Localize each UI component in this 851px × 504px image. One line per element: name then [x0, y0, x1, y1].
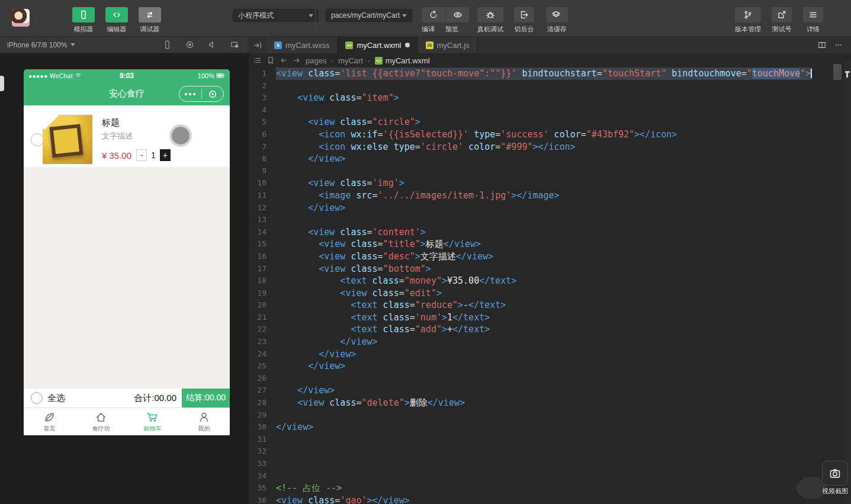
page-select[interactable]: paces/myCart/myCart [326, 9, 412, 22]
chevron-down-icon [309, 14, 313, 17]
phone-tab-我的[interactable]: 我的 [178, 408, 230, 435]
action-预览[interactable] [445, 7, 469, 23]
phone-tab-食疗坊[interactable]: 食疗坊 [75, 408, 127, 435]
code-line-36[interactable]: 36<view class='gao'></view> [249, 495, 851, 504]
code-line-29[interactable]: 29 [249, 409, 851, 422]
code-line-26[interactable]: 26 [249, 373, 851, 385]
action-清缓存[interactable]: 清缓存 [546, 7, 568, 34]
breadcrumb-pages[interactable]: pages [306, 56, 326, 65]
code-line-10[interactable]: 10<view class='img'> [249, 177, 851, 190]
editor-tab-myCart.js[interactable]: JSmyCart.js [418, 37, 478, 53]
breadcrumb-folder[interactable]: myCart [338, 56, 363, 65]
panel-edge-handle[interactable] [0, 76, 4, 91]
code-line-5[interactable]: 5<view class="circle"> [249, 116, 851, 129]
back-arrow-icon[interactable] [280, 56, 288, 65]
code-line-24[interactable]: 24</view> [249, 348, 851, 361]
pip-icon[interactable] [230, 40, 239, 49]
code-line-18[interactable]: 18<text class="money">¥35.00</text> [249, 275, 851, 287]
mute-icon[interactable] [208, 40, 217, 49]
code-line-14[interactable]: 14<view class='content'> [249, 226, 851, 239]
editor-panel: SmyCart.wxss<>myCart.wxmlJSmyCart.js pag… [249, 37, 851, 504]
video-capture-button[interactable]: 视频截图 [821, 461, 849, 496]
page-title: 安心食疗 [109, 88, 144, 99]
split-editor-icon[interactable] [815, 38, 828, 52]
total-label: 合计:00.00 [134, 393, 176, 404]
line-number: 26 [249, 373, 276, 385]
menu-icon [808, 10, 818, 20]
code-line-21[interactable]: 21<text class='num'>1</text> [249, 312, 851, 324]
device-select[interactable]: iPhone 6/7/8 100% [7, 41, 75, 49]
outline-icon[interactable] [253, 56, 262, 65]
forward-arrow-icon[interactable] [293, 56, 301, 65]
code-line-31[interactable]: 31 [249, 434, 851, 446]
action-测试号[interactable]: 测试号 [772, 7, 792, 34]
record-icon[interactable] [185, 40, 194, 49]
code-line-32[interactable]: 32 [249, 445, 851, 458]
code-line-8[interactable]: 8</view> [249, 153, 851, 165]
code-line-23[interactable]: 23</view> [249, 336, 851, 348]
code-line-1[interactable]: 1<view class='list {{active?"touch-move"… [249, 68, 851, 80]
code-line-15[interactable]: 15<view class="title">标题</view> [249, 238, 851, 251]
code-line-3[interactable]: 3<view class="item"> [249, 92, 851, 104]
mode-button-调试器[interactable]: 调试器 [136, 7, 163, 34]
action-切后台[interactable]: 切后台 [514, 7, 534, 34]
code-line-35[interactable]: 35<!-- 占位 --> [249, 482, 851, 495]
mode-button-模拟器[interactable]: 模拟器 [70, 7, 97, 34]
code-line-27[interactable]: 27</view> [249, 384, 851, 397]
action-label: 测试号 [772, 25, 792, 34]
editor-tab-myCart.wxss[interactable]: SmyCart.wxss [266, 37, 338, 53]
toolbar-divider [315, 7, 316, 28]
item-price: ¥ 35.00 [102, 150, 131, 160]
mode-button-编辑器[interactable]: 编辑器 [103, 7, 130, 34]
code-line-11[interactable]: 11<image src='../../images/item-1.jpg'><… [249, 190, 851, 202]
phone-tab-购物车[interactable]: 购物车 [127, 408, 178, 435]
exit-target-icon[interactable] [202, 89, 224, 99]
code-line-13[interactable]: 13 [249, 214, 851, 226]
avatar[interactable] [12, 9, 30, 27]
breadcrumb-file[interactable]: <> myCart.wxml [375, 56, 430, 65]
action-版本管理[interactable]: 版本管理 [735, 7, 761, 34]
line-number: 23 [249, 336, 276, 348]
scrollbar-thumb[interactable] [833, 64, 842, 80]
item-image[interactable] [43, 115, 92, 164]
code-editor[interactable]: 1<view class='list {{active?"touch-move"… [249, 68, 851, 504]
code-line-30[interactable]: 30</view> [249, 421, 851, 434]
select-all-label: 全选 [47, 393, 65, 404]
code-line-20[interactable]: 20<text class="reduce">-</text> [249, 299, 851, 312]
dock-right-icon[interactable] [249, 37, 266, 53]
minus-button[interactable]: - [136, 149, 147, 161]
action-label: 编译 [422, 25, 445, 34]
phone-tab-bar: 首页食疗坊购物车我的 [24, 407, 230, 435]
action-详情[interactable]: 详情 [803, 7, 823, 34]
minimap[interactable] [844, 60, 851, 504]
bookmark-icon[interactable] [266, 56, 275, 65]
tab-filename: myCart.js [437, 41, 470, 50]
action-label: 清缓存 [546, 25, 568, 34]
action-编译[interactable] [422, 7, 445, 23]
code-line-4[interactable]: 4 [249, 104, 851, 117]
code-line-6[interactable]: 6<icon wx:if='{{isSelected}}' type='succ… [249, 129, 851, 141]
code-line-17[interactable]: 17<view class="bottom"> [249, 263, 851, 275]
code-line-9[interactable]: 9 [249, 165, 851, 178]
more-icon[interactable] [179, 93, 201, 95]
code-line-16[interactable]: 16<view class="desc">文字描述</view> [249, 251, 851, 263]
code-line-28[interactable]: 28<view class="delete">删除</view> [249, 397, 851, 409]
code-line-34[interactable]: 34 [249, 470, 851, 483]
editor-tab-myCart.wxml[interactable]: <>myCart.wxml [338, 37, 418, 53]
phone-tab-首页[interactable]: 首页 [24, 408, 75, 435]
select-all-checkbox[interactable] [31, 392, 43, 404]
mode-select[interactable]: 小程序模式 [233, 9, 319, 22]
code-line-33[interactable]: 33 [249, 458, 851, 470]
code-line-22[interactable]: 22<text class="add">+</text> [249, 323, 851, 336]
code-line-25[interactable]: 25</view> [249, 360, 851, 373]
item-checkbox[interactable] [31, 133, 44, 146]
code-line-2[interactable]: 2 [249, 80, 851, 92]
code-line-7[interactable]: 7<icon wx:else type='circle' color="#999… [249, 141, 851, 153]
checkout-button[interactable]: 结算:00.00 [182, 389, 230, 407]
plus-button[interactable]: + [160, 149, 171, 161]
phone-icon[interactable] [163, 40, 172, 49]
more-actions-icon[interactable] [832, 38, 845, 52]
action-真机调试[interactable]: 真机调试 [477, 7, 503, 34]
code-line-12[interactable]: 12</view> [249, 202, 851, 214]
code-line-19[interactable]: 19<view class="edit"> [249, 287, 851, 300]
